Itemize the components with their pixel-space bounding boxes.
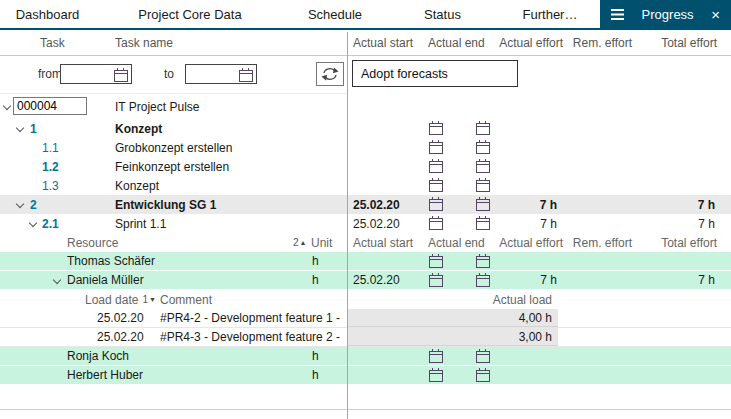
project-row[interactable]: IT Project Pulse [0, 95, 731, 118]
column-header-rem-effort[interactable]: Rem. effort [573, 233, 632, 252]
calendar-icon[interactable] [476, 180, 490, 192]
tab-bar: Dashboard Project Core Data Schedule Sta… [0, 0, 731, 30]
chevron-down-icon[interactable] [16, 125, 26, 135]
chevron-down-icon[interactable] [16, 201, 26, 211]
tab-label: Project Core Data [138, 7, 241, 22]
table-row-task-1-2[interactable]: 1.2 Feinkonzept erstellen [0, 157, 731, 176]
tab-label: Schedule [308, 7, 362, 22]
calendar-icon[interactable] [476, 218, 490, 230]
from-date-input[interactable] [60, 64, 132, 84]
tab-further[interactable]: Further… [500, 0, 600, 28]
from-label: from [38, 67, 62, 81]
calendar-icon[interactable] [476, 199, 490, 211]
table-row-task-1[interactable]: 1 Konzept [0, 119, 731, 138]
task-name: Grobkonzept erstellen [115, 138, 232, 157]
column-header-total-effort[interactable]: Total effort [661, 233, 717, 252]
calendar-icon[interactable] [476, 370, 490, 382]
calendar-icon[interactable] [239, 70, 253, 82]
adopt-forecasts-button[interactable]: Adopt forecasts [352, 60, 518, 87]
calendar-icon[interactable] [429, 161, 443, 173]
calendar-icon[interactable] [429, 256, 443, 268]
column-header-rem-effort[interactable]: Rem. effort [573, 33, 632, 53]
load-comment: #PR4-2 - Development feature 1 - [160, 309, 340, 327]
resource-row[interactable]: Thomas Schäfer h [0, 252, 731, 271]
column-header-resource[interactable]: Resource [67, 233, 118, 252]
task-number[interactable]: 2.1 [42, 214, 59, 233]
tab-dashboard[interactable]: Dashboard [0, 0, 95, 28]
calendar-icon[interactable] [429, 199, 443, 211]
tab-project-core-data[interactable]: Project Core Data [95, 0, 285, 28]
calendar-icon[interactable] [429, 142, 443, 154]
load-date: 25.02.20 [97, 328, 144, 346]
table-row-task-1-1[interactable]: 1.1 Grobkonzept erstellen [0, 138, 731, 157]
resource-name: Thomas Schäfer [67, 252, 155, 270]
to-date-input[interactable] [185, 64, 257, 84]
column-header-actual-end[interactable]: Actual end [428, 233, 485, 252]
resource-row[interactable]: Herbert Huber h [0, 366, 731, 385]
sort-indicator[interactable]: 2 ▲ [293, 233, 307, 252]
sort-asc-icon: ▲ [300, 239, 307, 246]
load-row[interactable]: 25.02.20 #PR4-3 - Development feature 2 … [0, 328, 731, 347]
column-header-task-name[interactable]: Task name [115, 33, 173, 53]
chevron-down-icon[interactable] [3, 103, 13, 113]
task-number[interactable]: 1.3 [42, 176, 59, 195]
task-number[interactable]: 1.2 [42, 157, 59, 176]
task-name: Entwicklung SG 1 [115, 195, 216, 214]
resource-row[interactable]: Daniela Müller h 25.02.20 7 h 7 h [0, 271, 731, 290]
calendar-icon[interactable] [429, 351, 443, 363]
column-header-load-date[interactable]: Load date 1 ▼ [85, 290, 156, 309]
hamburger-icon[interactable] [611, 9, 624, 20]
calendar-icon[interactable] [114, 70, 128, 82]
calendar-icon[interactable] [476, 351, 490, 363]
column-header-actual-start[interactable]: Actual start [353, 33, 413, 53]
tab-label: Status [424, 7, 461, 22]
load-comment: #PR4-3 - Development feature 2 - [160, 328, 340, 346]
calendar-icon[interactable] [476, 142, 490, 154]
actual-start-value: 25.02.20 [353, 195, 400, 214]
close-icon[interactable]: × [711, 7, 720, 22]
filter-divider [0, 93, 347, 94]
column-header-actual-start[interactable]: Actual start [353, 233, 413, 252]
unit-value: h [312, 271, 319, 289]
refresh-icon [321, 67, 339, 81]
calendar-icon[interactable] [476, 256, 490, 268]
column-header-actual-load[interactable]: Actual load [493, 290, 552, 309]
load-value: 4,00 h [519, 309, 552, 327]
column-header-task[interactable]: Task [40, 33, 65, 53]
refresh-button[interactable] [316, 62, 344, 86]
column-header-actual-effort[interactable]: Actual effort [499, 233, 563, 252]
table-row-task-1-3[interactable]: 1.3 Konzept [0, 176, 731, 195]
column-header-comment[interactable]: Comment [160, 290, 212, 309]
load-row[interactable]: 25.02.20 #PR4-2 - Development feature 1 … [0, 309, 731, 328]
calendar-icon[interactable] [476, 161, 490, 173]
unit-value: h [312, 366, 319, 384]
project-id-input[interactable] [13, 97, 87, 115]
column-header-unit[interactable]: Unit [311, 233, 332, 252]
calendar-icon[interactable] [429, 370, 443, 382]
pane-divider [347, 32, 348, 419]
tab-status[interactable]: Status [385, 0, 500, 28]
column-header-actual-end[interactable]: Actual end [428, 33, 485, 53]
tab-schedule[interactable]: Schedule [285, 0, 385, 28]
task-name: Feinkonzept erstellen [115, 157, 229, 176]
calendar-icon[interactable] [429, 218, 443, 230]
task-name: Konzept [115, 176, 159, 195]
chevron-down-icon[interactable] [29, 220, 39, 230]
actual-effort-value: 7 h [540, 271, 557, 289]
calendar-icon[interactable] [429, 180, 443, 192]
calendar-icon[interactable] [429, 275, 443, 287]
resource-row[interactable]: Ronja Koch h [0, 347, 731, 366]
tab-progress-active[interactable]: Progress × [600, 0, 731, 28]
calendar-icon[interactable] [429, 123, 443, 135]
task-number[interactable]: 2 [30, 195, 37, 214]
table-row-task-2[interactable]: 2 Entwicklung SG 1 25.02.20 7 h 7 h [0, 195, 731, 214]
chevron-down-icon[interactable] [53, 277, 63, 287]
task-number[interactable]: 1.1 [42, 138, 59, 157]
task-number[interactable]: 1 [30, 119, 37, 138]
calendar-icon[interactable] [476, 123, 490, 135]
calendar-icon[interactable] [476, 275, 490, 287]
column-header-total-effort[interactable]: Total effort [661, 33, 717, 53]
sort-order: 2 [293, 237, 299, 248]
column-header-actual-effort[interactable]: Actual effort [499, 33, 563, 53]
table-row-task-2-1[interactable]: 2.1 Sprint 1.1 25.02.20 7 h 7 h [0, 214, 731, 233]
